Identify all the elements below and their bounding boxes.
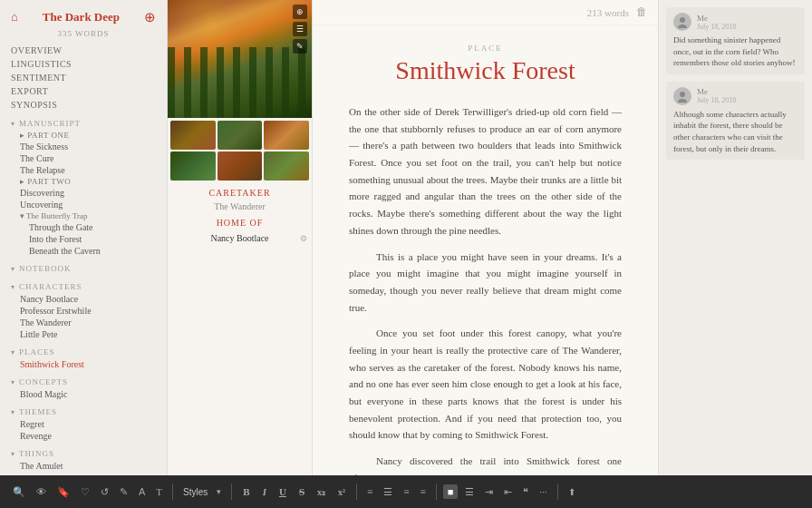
toolbar-heart-icon[interactable]: ♡ <box>77 484 93 501</box>
char-professor[interactable]: Professor Erstwhile <box>11 305 156 317</box>
toolbar-mode-active[interactable]: ■ <box>443 484 459 499</box>
toolbar-bold-btn[interactable]: B <box>238 484 254 499</box>
toolbar-edit-icon[interactable]: ✎ <box>116 484 131 501</box>
section-title-manuscript[interactable]: MANUSCRIPT <box>11 115 156 130</box>
toolbar-share-icon[interactable]: ⬆ <box>565 484 579 500</box>
item-beneath-cavern[interactable]: Beneath the Cavern <box>11 245 156 257</box>
thumbnail-2[interactable] <box>218 121 263 150</box>
nancy-item[interactable]: Nancy Bootlace <box>210 231 268 245</box>
place-sublabel: PLACE <box>349 44 622 53</box>
comment-2: Me July 18, 2018 Although some character… <box>666 82 805 160</box>
comment-1: Me July 18, 2018 Did something sinister … <box>666 7 805 74</box>
nav-sentiment[interactable]: SENTIMENT <box>11 71 156 84</box>
item-into-forest[interactable]: Into the Forest <box>11 233 156 245</box>
toolbar-indent-icon[interactable]: ⇥ <box>481 484 497 501</box>
comment-1-avatar <box>673 13 691 31</box>
toolbar-quote-icon[interactable]: ❝ <box>519 484 532 501</box>
toolbar-a-icon[interactable]: A <box>135 484 149 500</box>
item-butterfly-trap[interactable]: ▾ The Butterfly Trap <box>11 210 156 221</box>
thumbnail-1[interactable] <box>170 121 216 150</box>
thumbnail-3[interactable] <box>264 121 309 150</box>
toolbar-list-icon[interactable]: ☰ <box>461 484 478 501</box>
nav-overview[interactable]: OVERVIEW <box>11 44 156 57</box>
toolbar-more-icon[interactable]: ··· <box>536 484 550 500</box>
char-wanderer[interactable]: The Wanderer <box>11 317 156 328</box>
toolbar-align-left-icon[interactable]: ≡ <box>363 484 376 500</box>
section-title-places[interactable]: PLACES <box>11 344 156 358</box>
toolbar-eye-icon[interactable]: 👁 <box>33 484 50 500</box>
char-nancy[interactable]: Nancy Bootlace <box>11 293 156 305</box>
toolbar-outdent-icon[interactable]: ⇤ <box>500 484 516 501</box>
thumbnail-5[interactable] <box>218 151 263 181</box>
panel-icon-2[interactable]: ☰ <box>293 22 307 36</box>
add-icon[interactable]: ⊕ <box>144 9 156 25</box>
section-places: PLACES Smithwick Forest <box>0 340 167 370</box>
toolbar-sup-btn[interactable]: x² <box>334 485 350 499</box>
nav-export[interactable]: EXPORT <box>11 84 156 98</box>
thumbnail-4[interactable] <box>170 151 216 181</box>
toolbar-align-justify-icon[interactable]: ≡ <box>416 484 429 500</box>
toolbar-sep-5 <box>557 484 558 500</box>
panel-icon-3[interactable]: ✎ <box>293 39 307 54</box>
toolbar-search-icon[interactable]: 🔍 <box>9 484 29 501</box>
sidebar: ⌂ The Dark Deep ⊕ 335 WORDS OVERVIEW LIN… <box>0 0 168 475</box>
toolbar-italic-btn[interactable]: I <box>258 484 271 499</box>
paragraph-4: Nancy discovered the trail into Smithwic… <box>349 453 622 475</box>
middle-panel: ⊕ ☰ ✎ CARETAKER The Wanderer HOME OF Nan… <box>168 0 313 475</box>
item-cure[interactable]: The Cure <box>11 152 156 164</box>
comment-2-text: Although some characters actually inhabi… <box>673 109 798 154</box>
toolbar-align-center-icon[interactable]: ☰ <box>380 484 396 501</box>
section-title-concepts[interactable]: CONCEPTS <box>11 374 156 388</box>
section-title-notebook[interactable]: NOTEBOOK <box>11 260 156 275</box>
theme-regret[interactable]: Regret <box>11 418 156 430</box>
toolbar-bookmark-icon[interactable]: 🔖 <box>53 484 73 501</box>
main-word-count: 213 words <box>587 7 629 18</box>
comment-2-date: July 18, 2018 <box>697 96 736 104</box>
trash-icon[interactable]: 🗑 <box>636 5 647 19</box>
item-discovering[interactable]: Discovering <box>11 187 156 199</box>
toolbar-refresh-icon[interactable]: ↺ <box>97 484 112 501</box>
comment-1-meta: Me July 18, 2018 <box>673 13 798 31</box>
comment-1-author: Me <box>697 14 736 23</box>
section-manuscript: MANUSCRIPT ▸ PART ONE The Sickness The C… <box>0 112 167 257</box>
home-icon[interactable]: ⌂ <box>11 10 18 24</box>
item-sickness[interactable]: The Sickness <box>11 141 156 152</box>
comment-2-avatar <box>673 87 691 105</box>
item-through-gate[interactable]: Through the Gate <box>11 221 156 233</box>
item-uncovering[interactable]: Uncovering <box>11 199 156 210</box>
main-editor[interactable]: PLACE Smithwick Forest On the other side… <box>313 25 658 475</box>
toolbar-underline-btn[interactable]: U <box>275 484 291 499</box>
section-concepts: CONCEPTS Blood Magic <box>0 370 167 400</box>
main-top-bar: 213 words 🗑 <box>313 0 658 25</box>
place-smithwick[interactable]: Smithwick Forest <box>11 358 156 370</box>
section-title-characters[interactable]: CHARACTERS <box>11 278 156 293</box>
nav-synopsis[interactable]: SYNOPSIS <box>11 98 156 112</box>
toolbar-sep-1 <box>172 484 173 500</box>
place-title: Smithwick Forest <box>349 56 622 85</box>
toolbar: 🔍 👁 🔖 ♡ ↺ ✎ A T Styles ▾ B I U S x₂ x² ≡… <box>0 475 812 508</box>
toolbar-strikethrough-btn[interactable]: S <box>295 484 309 499</box>
toolbar-sub-btn[interactable]: x₂ <box>313 485 330 499</box>
item-relapse[interactable]: The Relapse <box>11 164 156 176</box>
gear-icon[interactable]: ⚙ <box>300 234 307 243</box>
section-title-themes[interactable]: THEMES <box>11 404 156 418</box>
part-one[interactable]: ▸ PART ONE <box>11 130 156 141</box>
concept-blood-magic[interactable]: Blood Magic <box>11 388 156 400</box>
theme-revenge[interactable]: Revenge <box>11 430 156 442</box>
section-title-things[interactable]: THINGS <box>11 445 156 460</box>
toolbar-align-right-icon[interactable]: ≡ <box>400 484 412 500</box>
thumbnail-6[interactable] <box>264 151 309 181</box>
panel-icon-1[interactable]: ⊕ <box>293 5 307 19</box>
paragraph-2: This is a place you might have seen in y… <box>349 249 622 317</box>
char-pete[interactable]: Little Pete <box>11 328 156 340</box>
toolbar-styles-dropdown-icon[interactable]: ▾ <box>213 484 225 499</box>
thing-amulet[interactable]: The Amulet <box>11 460 156 472</box>
toolbar-t-icon[interactable]: T <box>152 484 166 500</box>
wanderer-item[interactable]: The Wanderer <box>168 200 312 213</box>
nav-linguistics[interactable]: LINGUISTICS <box>11 57 156 71</box>
comment-2-meta: Me July 18, 2018 <box>673 87 798 105</box>
paragraph-3: Once you set foot under this forest cano… <box>349 325 622 444</box>
editor-text-body[interactable]: On the other side of Derek Terwilliger's… <box>349 103 622 475</box>
toolbar-styles: Styles ▾ <box>179 484 225 500</box>
part-two[interactable]: ▸ PART TWO <box>11 176 156 187</box>
